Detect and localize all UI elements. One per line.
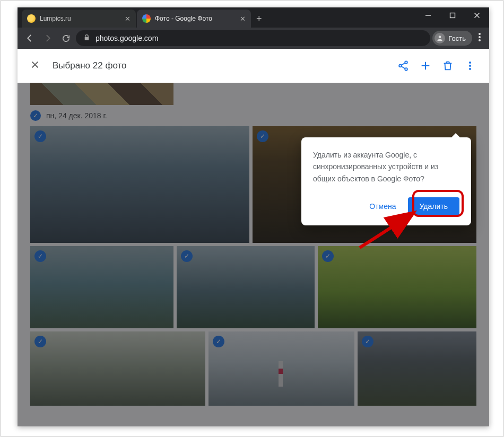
titlebar: Lumpics.ru ✕ Фото - Google Фото ✕ + [18, 7, 489, 28]
profile-chip[interactable]: Гость [432, 31, 472, 46]
svg-point-10 [405, 68, 407, 71]
window-controls [416, 7, 489, 23]
delete-confirm-popup: Удалить из аккаунта Google, с синхронизи… [301, 137, 471, 225]
back-button[interactable] [22, 30, 38, 46]
browser-window: Lumpics.ru ✕ Фото - Google Фото ✕ + phot… [18, 7, 489, 426]
share-button[interactable] [397, 59, 410, 72]
svg-point-9 [399, 65, 402, 67]
modal-scrim [18, 83, 489, 426]
svg-point-11 [469, 62, 471, 64]
forward-button[interactable] [40, 30, 56, 46]
close-icon[interactable]: ✕ [240, 15, 246, 23]
reload-button[interactable] [58, 30, 74, 46]
selection-actions [397, 59, 476, 72]
overflow-menu-button[interactable] [464, 59, 476, 72]
selection-count-text: Выбрано 22 фото [53, 60, 127, 71]
confirm-delete-button[interactable]: Удалить [408, 197, 459, 215]
favicon-google-photos [142, 14, 151, 23]
lock-icon [83, 34, 90, 42]
maximize-button[interactable] [440, 7, 465, 23]
delete-button[interactable] [441, 59, 454, 72]
cancel-button[interactable]: Отмена [364, 196, 401, 216]
selection-bar: Выбрано 22 фото [18, 49, 489, 83]
avatar-icon [435, 33, 445, 43]
svg-rect-1 [450, 13, 455, 18]
tab-title: Фото - Google Фото [155, 15, 236, 22]
close-icon[interactable]: ✕ [125, 15, 131, 23]
url-text: photos.google.com [95, 34, 158, 42]
tab-lumpics[interactable]: Lumpics.ru ✕ [22, 10, 136, 28]
svg-point-8 [405, 61, 407, 64]
tab-strip: Lumpics.ru ✕ Фото - Google Фото ✕ + [18, 7, 266, 28]
popup-actions: Отмена Удалить [313, 196, 459, 216]
add-button[interactable] [419, 59, 432, 72]
svg-point-4 [439, 36, 441, 38]
close-window-button[interactable] [465, 7, 489, 23]
favicon-lumpics [27, 14, 36, 23]
browser-toolbar: photos.google.com Гость [18, 28, 489, 49]
svg-point-13 [469, 68, 471, 70]
address-bar[interactable]: photos.google.com [76, 30, 430, 46]
new-tab-button[interactable]: + [252, 10, 266, 28]
svg-point-7 [479, 39, 481, 41]
minimize-button[interactable] [416, 7, 440, 23]
tab-title: Lumpics.ru [40, 15, 120, 22]
svg-point-5 [479, 33, 481, 35]
svg-point-12 [469, 65, 471, 67]
profile-label: Гость [448, 34, 466, 42]
page-content: Выбрано 22 фото ✓ пн, 24 дек. 2018 г. ✓ … [18, 49, 489, 426]
svg-point-6 [479, 36, 481, 38]
tab-google-photos[interactable]: Фото - Google Фото ✕ [137, 10, 251, 28]
browser-menu-button[interactable] [474, 33, 485, 43]
deselect-button[interactable] [30, 60, 40, 72]
popup-message: Удалить из аккаунта Google, с синхронизи… [313, 149, 459, 185]
